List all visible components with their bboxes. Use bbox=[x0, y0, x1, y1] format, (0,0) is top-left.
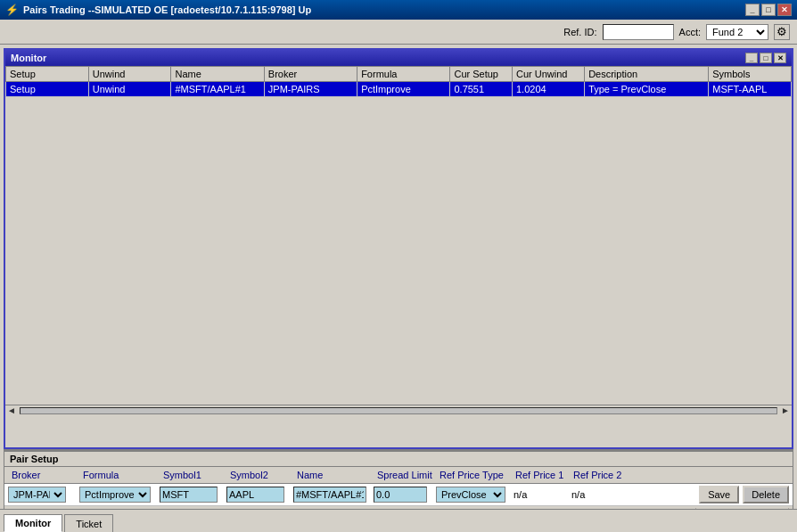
name-input[interactable] bbox=[293, 487, 366, 503]
pair-col-formula: Formula bbox=[79, 469, 160, 481]
spread-limit-input[interactable] bbox=[374, 487, 427, 503]
cell-setup: Setup bbox=[6, 82, 89, 97]
pair-col-symbol2: Symbol2 bbox=[226, 469, 293, 481]
col-header-broker: Broker bbox=[264, 67, 357, 82]
pair-setup-data-row: JPM-PAIRS PctImprove bbox=[4, 484, 793, 506]
delete-button[interactable]: Delete bbox=[743, 486, 789, 503]
app-icon: ⚡ bbox=[5, 4, 19, 16]
monitor-minimize-btn[interactable]: _ bbox=[745, 53, 758, 63]
app-title: Pairs Trading --SIMULATED OE [radoetest/… bbox=[23, 4, 311, 15]
formula-select[interactable]: PctImprove bbox=[79, 487, 151, 503]
table-row[interactable]: Setup Unwind #MSFT/AAPL#1 JPM-PAIRS PctI… bbox=[6, 82, 792, 97]
col-header-formula: Formula bbox=[357, 67, 450, 82]
cell-name: #MSFT/AAPL#1 bbox=[171, 82, 264, 97]
pair-col-actions bbox=[628, 474, 789, 476]
scrollbar-area: ◄ ► bbox=[5, 405, 792, 415]
top-toolbar: Ref. ID: Acct: Fund 2 ⚙ bbox=[0, 20, 797, 45]
col-header-unwind: Unwind bbox=[88, 67, 171, 82]
col-header-setup: Setup bbox=[6, 67, 89, 82]
col-header-curunwind: Cur Unwind bbox=[513, 67, 585, 82]
cell-broker: JPM-PAIRS bbox=[264, 82, 357, 97]
col-header-cursetup: Cur Setup bbox=[450, 67, 513, 82]
cell-curunwind: 1.0204 bbox=[513, 82, 585, 97]
ref-price-2-value: n/a bbox=[570, 489, 587, 500]
ref-price-type-select[interactable]: PrevClose bbox=[436, 487, 505, 503]
col-header-symbols: Symbols bbox=[709, 67, 792, 82]
acct-select[interactable]: Fund 2 bbox=[706, 24, 768, 40]
monitor-table: Setup Unwind Name Broker Formula Cur Set… bbox=[5, 66, 792, 97]
cell-formula: PctImprove bbox=[357, 82, 450, 97]
ref-price-1-value: n/a bbox=[512, 489, 529, 500]
pair-col-symbol1: Symbol1 bbox=[160, 469, 226, 481]
symbol2-input[interactable] bbox=[226, 487, 284, 503]
monitor-title-bar: Monitor _ □ ✕ bbox=[5, 50, 792, 66]
col-header-name: Name bbox=[171, 67, 264, 82]
pair-col-refprice2: Ref Price 2 bbox=[570, 469, 628, 481]
ref-id-input[interactable] bbox=[603, 24, 674, 40]
cell-unwind: Unwind bbox=[88, 82, 171, 97]
pair-setup-header: Pair Setup bbox=[4, 450, 793, 467]
monitor-title: Monitor bbox=[11, 53, 46, 63]
monitor-maximize-btn[interactable]: □ bbox=[760, 53, 772, 63]
maximize-button[interactable]: □ bbox=[761, 4, 776, 16]
cell-description: Type = PrevClose bbox=[585, 82, 709, 97]
cell-symbols: MSFT-AAPL bbox=[709, 82, 792, 97]
broker-select[interactable]: JPM-PAIRS bbox=[8, 487, 66, 503]
tab-monitor[interactable]: Monitor bbox=[4, 514, 62, 532]
main-content: Monitor _ □ ✕ Setup Unwind Name Broker F… bbox=[0, 45, 797, 532]
save-button[interactable]: Save bbox=[699, 486, 739, 503]
pair-col-broker: Broker bbox=[8, 469, 79, 481]
cell-cursetup: 0.7551 bbox=[450, 82, 513, 97]
acct-label: Acct: bbox=[679, 27, 701, 37]
col-header-description: Description bbox=[585, 67, 709, 82]
settings-icon[interactable]: ⚙ bbox=[774, 24, 790, 40]
monitor-panel: Monitor _ □ ✕ Setup Unwind Name Broker F… bbox=[4, 48, 793, 449]
scrollbar-track[interactable] bbox=[20, 407, 777, 414]
tab-bar: Monitor Ticket bbox=[0, 509, 797, 532]
pair-col-name: Name bbox=[293, 469, 374, 481]
symbol1-input[interactable] bbox=[160, 487, 218, 503]
monitor-close-btn[interactable]: ✕ bbox=[774, 53, 786, 63]
close-button[interactable]: ✕ bbox=[777, 4, 792, 16]
pair-col-refpricetype: Ref Price Type bbox=[436, 469, 512, 481]
pair-setup-title: Pair Setup bbox=[10, 454, 58, 464]
tab-ticket[interactable]: Ticket bbox=[64, 514, 113, 532]
minimize-button[interactable]: _ bbox=[745, 4, 760, 16]
monitor-table-area: Setup Unwind Name Broker Formula Cur Set… bbox=[5, 66, 792, 405]
pair-header-row: Broker Formula Symbol1 Symbol2 Name Spre… bbox=[4, 467, 793, 484]
pair-col-spread: Spread Limit bbox=[374, 469, 436, 481]
app-title-bar: ⚡ Pairs Trading --SIMULATED OE [radoetes… bbox=[0, 0, 797, 20]
ref-id-label: Ref. ID: bbox=[563, 27, 596, 37]
pair-col-refprice1: Ref Price 1 bbox=[512, 469, 570, 481]
